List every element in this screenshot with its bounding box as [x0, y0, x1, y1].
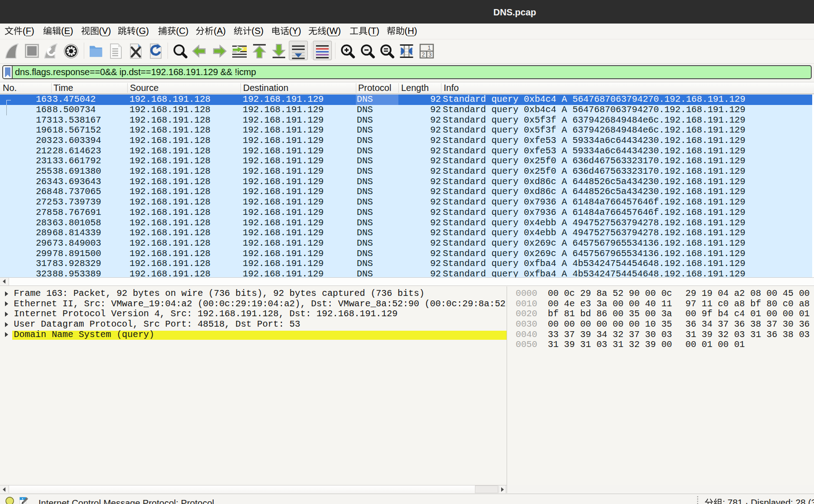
svg-text:1: 1	[428, 45, 431, 51]
svg-text:2: 2	[422, 52, 425, 58]
svg-text:3: 3	[429, 52, 432, 58]
